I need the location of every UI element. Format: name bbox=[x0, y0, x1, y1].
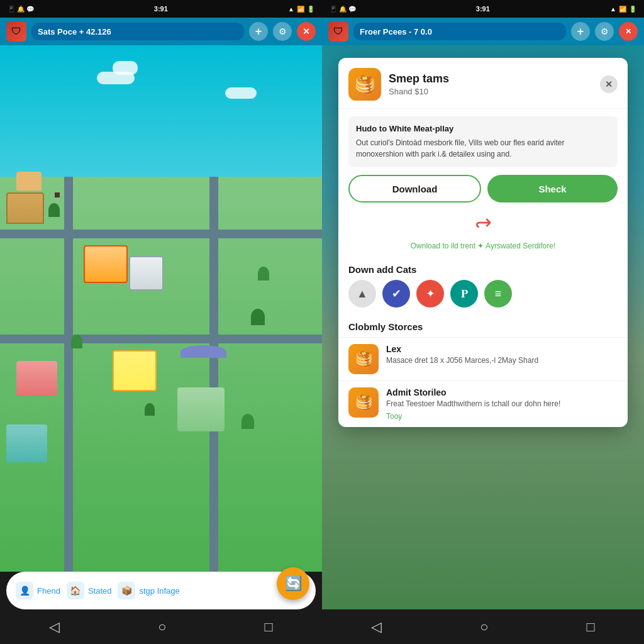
app-icon-glyph: 🥞 bbox=[355, 75, 375, 94]
left-time: 3:91 bbox=[154, 5, 168, 13]
right-close-button[interactable]: ✕ bbox=[619, 22, 638, 41]
modal-app-icon: 🥞 bbox=[348, 68, 381, 101]
friend-icon: 👤 bbox=[16, 582, 33, 599]
left-phone: 📱 🔔 💬 3:91 ▲ 📶 🔋 🛡 Sats Poce + 42.126 + … bbox=[0, 0, 322, 644]
cat-p-icon[interactable]: 𝐏 bbox=[450, 280, 478, 308]
left-plus-button[interactable]: + bbox=[249, 22, 268, 41]
download-button[interactable]: Download bbox=[348, 175, 481, 203]
store-item-2-info: Admit Storileo Freat Teestoer Madthwithe… bbox=[386, 387, 618, 421]
store-item-2-name: Admit Storileo bbox=[386, 387, 618, 397]
building-4 bbox=[16, 361, 57, 396]
modal-overlay: 🥞 Smep tams Shand $10 ✕ Hudo to White Me… bbox=[322, 45, 644, 609]
left-status-bar: 📱 🔔 💬 3:91 ▲ 📶 🔋 bbox=[0, 0, 322, 18]
left-recent-button[interactable]: □ bbox=[265, 619, 273, 635]
download-modal: 🥞 Smep tams Shand $10 ✕ Hudo to White Me… bbox=[338, 58, 628, 427]
modal-app-subtitle: Shand $10 bbox=[389, 87, 592, 96]
left-close-button[interactable]: ✕ bbox=[297, 22, 316, 41]
modal-header: 🥞 Smep tams Shand $10 ✕ bbox=[338, 58, 628, 109]
tree-1-trunk bbox=[55, 192, 60, 197]
store-item-2: 🥞 Admit Storileo Freat Teestoer Madthwit… bbox=[338, 380, 628, 427]
right-wifi-icon: 📶 bbox=[619, 6, 626, 13]
building-7 bbox=[6, 425, 47, 462]
right-nav-bar: ◁ ○ □ bbox=[322, 609, 644, 644]
road-horizontal-2 bbox=[0, 335, 322, 343]
notification-icons: 📱 🔔 💬 bbox=[8, 6, 34, 13]
city-container bbox=[0, 45, 322, 572]
road-horizontal-1 bbox=[0, 230, 322, 238]
right-notification-icons: 📱 🔔 💬 bbox=[330, 6, 356, 13]
building-5 bbox=[113, 350, 157, 391]
download-label: Download bbox=[392, 184, 438, 194]
check-label: Sheck bbox=[538, 184, 566, 194]
store-item-1: 🥞 Lex Masace dret 18 x J056 Marces,-l 2M… bbox=[338, 337, 628, 380]
right-score-label: Froer Pcees - 7 0.0 bbox=[360, 27, 432, 36]
right-game-score: Froer Pcees - 7 0.0 bbox=[353, 23, 566, 40]
left-back-button[interactable]: ◁ bbox=[49, 619, 60, 635]
right-status-bar: 📱 🔔 💬 3:91 ▲ 📶 🔋 bbox=[322, 0, 644, 18]
store-item-1-name: Lex bbox=[386, 344, 618, 354]
building-1 bbox=[6, 192, 44, 224]
arrow-container: ↩ bbox=[338, 210, 628, 239]
left-tab-stated[interactable]: 🏠 Stated bbox=[67, 582, 112, 599]
left-signal-icons: ▲ 📶 🔋 bbox=[288, 6, 314, 13]
left-home-button[interactable]: ○ bbox=[158, 619, 166, 635]
modal-link[interactable]: Ownload to ild trent ✦ Ayrswated Serdifo… bbox=[338, 239, 628, 258]
left-game-toolbar: 🛡 Sats Poce + 42.126 + ⚙ ✕ bbox=[0, 18, 322, 45]
left-tab-infage[interactable]: 📦 stgp Infage bbox=[118, 582, 179, 599]
check-button[interactable]: Sheck bbox=[487, 175, 618, 203]
right-home-button[interactable]: ○ bbox=[480, 619, 488, 635]
category-icons-row: ▲ ✔ ✦ 𝐏 ≡ bbox=[338, 280, 628, 315]
right-status-icons: 📱 🔔 💬 bbox=[330, 6, 356, 13]
categories-section-title: Down add Cats bbox=[338, 258, 628, 280]
right-game-toolbar: 🛡 Froer Pcees - 7 0.0 + ⚙ ✕ bbox=[322, 18, 644, 45]
road-vertical-2 bbox=[209, 177, 218, 572]
cat-music-icon[interactable]: ≡ bbox=[484, 280, 512, 308]
store-item-1-desc: Masace dret 18 x J056 Marces,-l 2May Sha… bbox=[386, 355, 618, 366]
infage-label: stgp Infage bbox=[139, 586, 179, 596]
fab-icon: 🔄 bbox=[285, 575, 302, 592]
infage-icon: 📦 bbox=[118, 582, 135, 599]
building-1-roof bbox=[16, 172, 42, 191]
cat-check-icon[interactable]: ✔ bbox=[382, 280, 410, 308]
modal-actions: Download Sheck bbox=[338, 175, 628, 210]
store-item-1-info: Lex Masace dret 18 x J056 Marces,-l 2May… bbox=[386, 344, 618, 366]
modal-close-button[interactable]: ✕ bbox=[600, 75, 618, 93]
signal-icon: ▲ bbox=[288, 6, 294, 13]
stated-label: Stated bbox=[88, 586, 112, 596]
stores-section-title: Clobmly Storces bbox=[338, 315, 628, 337]
left-game-badge: 🛡 bbox=[6, 21, 26, 42]
left-tab-friend[interactable]: 👤 Fhend bbox=[16, 582, 60, 599]
cloud-2 bbox=[113, 61, 138, 75]
cat-bug-icon[interactable]: ✦ bbox=[416, 280, 444, 308]
building-2 bbox=[84, 245, 128, 283]
left-nav-bar: ◁ ○ □ bbox=[0, 609, 322, 644]
tree-4 bbox=[242, 414, 254, 429]
modal-desc-title: Hudo to White Meat-pllay bbox=[356, 124, 610, 133]
store-item-2-icon: 🥞 bbox=[348, 387, 379, 418]
store-item-2-link[interactable]: Tooy bbox=[386, 412, 618, 421]
right-game-badge: 🛡 bbox=[328, 21, 348, 42]
cloud-3 bbox=[225, 87, 257, 99]
cat-arrow-icon[interactable]: ▲ bbox=[348, 280, 376, 308]
right-badge-icon: 🛡 bbox=[333, 26, 343, 37]
right-recent-button[interactable]: □ bbox=[587, 619, 595, 635]
tree-2 bbox=[258, 267, 269, 280]
right-back-button[interactable]: ◁ bbox=[371, 619, 382, 635]
building-3 bbox=[129, 256, 164, 291]
right-plus-button[interactable]: + bbox=[571, 22, 590, 41]
tree-1 bbox=[48, 203, 60, 217]
left-bottom-bar: 👤 Fhend 🏠 Stated 📦 stgp Infage bbox=[6, 572, 316, 609]
building-6-roof bbox=[180, 345, 226, 358]
tree-5 bbox=[145, 403, 155, 416]
right-gear-button[interactable]: ⚙ bbox=[595, 22, 614, 41]
modal-title-area: Smep tams Shand $10 bbox=[389, 72, 592, 96]
left-fab-button[interactable]: 🔄 bbox=[277, 567, 309, 600]
tree-3 bbox=[251, 309, 265, 325]
store-item-2-desc: Freat Teestoer Madthwithern is tchall ou… bbox=[386, 399, 618, 409]
road-vertical-1 bbox=[64, 177, 73, 572]
stated-icon: 🏠 bbox=[67, 582, 84, 599]
wifi-icon: 📶 bbox=[297, 6, 304, 13]
score-label: Sats Poce + 42.126 bbox=[38, 27, 111, 36]
right-signal-icon: ▲ bbox=[610, 6, 616, 13]
left-gear-button[interactable]: ⚙ bbox=[273, 22, 292, 41]
